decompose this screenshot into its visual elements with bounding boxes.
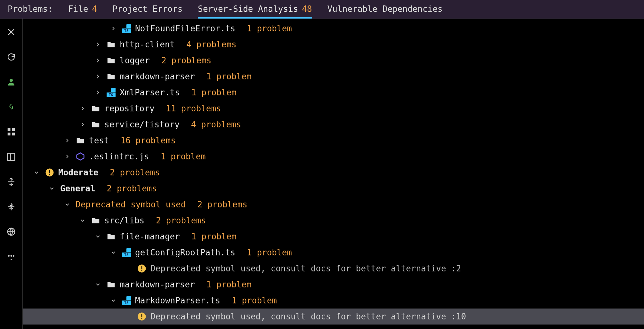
problem-count: 1 problem [161,152,206,161]
folder-icon [106,40,116,49]
layout-icon[interactable] [4,150,18,164]
tab-server-side-analysis[interactable]: Server-Side Analysis 48 [198,0,312,18]
svg-point-10 [8,255,10,257]
collapse-vertical-icon[interactable] [4,200,18,214]
tab-vulnerable-dependencies[interactable]: Vulnerable Dependencies [327,0,443,18]
chevron-down-icon[interactable] [109,248,118,257]
warning-icon [45,168,54,177]
chevron-right-icon[interactable] [93,88,102,97]
tree-row[interactable]: Moderate2 problems [23,164,644,181]
more-icon[interactable] [4,250,18,264]
chevron-right-icon[interactable] [93,56,102,65]
tab-label: Server-Side Analysis [198,4,298,14]
tree-label: file-manager [120,232,180,241]
chevron-down-icon[interactable] [93,232,102,241]
problem-count: 1 problem [191,232,237,241]
refresh-icon[interactable] [4,50,18,64]
tree-row[interactable]: Deprecated symbol used2 problems [23,197,644,213]
tree-row[interactable]: logger2 problems [23,52,644,68]
problems-heading: Problems: [8,4,53,14]
tree-label: MarkdownParser.ts [135,296,220,305]
problem-count: 2 problems [197,200,247,209]
problem-count: 1 problem [232,296,277,305]
problem-count: 16 problems [121,136,176,145]
problem-count: 2 problems [156,216,206,225]
tree-row[interactable]: markdown-parser1 problem [23,277,644,293]
svg-rect-18 [141,266,142,269]
chevron-right-icon[interactable] [93,40,102,49]
chevron-right-icon[interactable] [93,72,102,81]
tree-label: markdown-parser [120,72,195,81]
tree-label: .eslintrc.js [89,152,149,161]
tree-label: src/libs [104,216,144,225]
problem-count: 1 problem [247,248,292,257]
chevron-down-icon[interactable] [93,280,102,289]
tree-row[interactable]: markdown-parser1 problem [23,68,644,84]
typescript-file-icon: TS [122,24,131,33]
side-rail [0,19,23,329]
problem-item[interactable]: Deprecated symbol used, consult docs for… [23,261,644,277]
folder-icon [106,56,116,65]
expand-vertical-icon[interactable] [4,175,18,189]
svg-point-12 [13,255,14,257]
chevron-right-icon[interactable] [78,104,87,113]
svg-rect-3 [8,133,11,136]
tree-label: XmlParser.ts [120,88,180,97]
chevron-right-icon[interactable] [63,152,72,161]
svg-rect-1 [8,128,11,131]
tree-label: NotFoundFileError.ts [135,24,235,33]
chevron-down-icon[interactable] [32,168,41,177]
svg-rect-15 [49,170,50,173]
folder-icon [76,136,85,145]
folder-icon [91,104,101,113]
tab-label: Vulnerable Dependencies [327,4,443,14]
chevron-down-icon[interactable] [109,296,118,305]
svg-rect-5 [8,153,15,161]
link-icon[interactable] [4,100,18,114]
tab-file[interactable]: File 4 [68,0,97,18]
svg-marker-13 [77,153,84,160]
tree-row[interactable]: src/libs2 problems [23,213,644,229]
problem-count: 2 problems [107,184,157,193]
problem-message: Deprecated symbol used, consult docs for… [150,312,466,321]
tree-row[interactable]: TSMarkdownParser.ts1 problem [23,293,644,309]
tab-project-errors[interactable]: Project Errors [112,0,182,18]
chevron-down-icon[interactable] [78,216,87,225]
warning-icon [137,312,147,321]
tree-label: http-client [120,40,175,49]
problem-item[interactable]: Deprecated symbol used, consult docs for… [23,309,644,325]
problems-tree[interactable]: TSNotFoundFileError.ts1 problemhttp-clie… [23,19,644,329]
folder-icon [106,232,116,241]
problem-count: 4 problems [186,40,237,49]
chevron-right-icon[interactable] [78,120,87,129]
tree-row[interactable]: TSgetConfigRootPath.ts1 problem [23,245,644,261]
chevron-down-icon[interactable] [63,200,72,209]
tree-row[interactable]: TSNotFoundFileError.ts1 problem [23,20,644,36]
globe-icon[interactable] [4,225,18,239]
tree-row[interactable]: service/tistory4 problems [23,116,644,132]
tree-row[interactable]: repository11 problems [23,100,644,116]
chevron-right-icon[interactable] [63,136,72,145]
tree-label: Deprecated symbol used [76,200,186,209]
tree-row[interactable]: .eslintrc.js1 problem [23,148,644,164]
tree-row[interactable]: test16 problems [23,132,644,148]
chevron-down-icon[interactable] [47,184,56,193]
folder-icon [106,72,116,81]
tree-row[interactable]: TSXmlParser.ts1 problem [23,84,644,100]
svg-rect-19 [141,270,142,271]
tree-row[interactable]: General2 problems [23,181,644,197]
problem-count: 2 problems [161,56,212,65]
grid-icon[interactable] [4,125,18,139]
tree-row[interactable]: file-manager1 problem [23,229,644,245]
folder-icon [91,120,101,129]
tab-count: 4 [92,4,97,14]
person-icon[interactable] [4,75,18,89]
folder-icon [91,216,101,225]
close-icon[interactable] [4,25,18,39]
tree-label: service/tistory [104,120,180,129]
tab-label: File [68,4,88,14]
chevron-right-icon[interactable] [109,24,118,33]
tree-row[interactable]: http-client4 problems [23,36,644,52]
svg-rect-21 [141,314,142,317]
svg-rect-22 [141,318,142,319]
